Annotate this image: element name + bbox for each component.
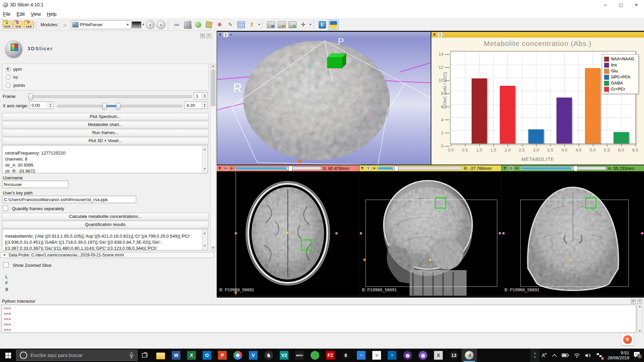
sync-error-icon[interactable]: ✕ [594, 349, 605, 362]
pin-icon[interactable] [503, 167, 506, 170]
outlook-icon[interactable]: O [199, 349, 215, 362]
radio-hz[interactable]: hz [2, 73, 208, 81]
people-icon[interactable] [539, 349, 550, 362]
toast-close-icon[interactable]: ✕ [623, 335, 632, 344]
quantify-checkbox[interactable]: Quantify frames separately [3, 205, 64, 211]
menu-edit[interactable]: Edit [14, 9, 28, 18]
minimize-button[interactable]: ─ [598, 0, 613, 9]
calculate-concentrations-button[interactable]: Calculate metabolite concentrations... [2, 213, 209, 220]
panel-undock-icon[interactable]: ⧉ [631, 299, 636, 304]
slice-offset-slider[interactable] [377, 167, 462, 170]
panel-scrollbar[interactable]: ▲ ▼ [210, 64, 216, 251]
markups-button[interactable]: ❋ [215, 20, 225, 30]
x-range-slider[interactable] [57, 105, 182, 107]
slice-canvas-sagittal[interactable]: B: P19968_56691 [359, 171, 501, 296]
scene-view-button[interactable] [277, 20, 287, 30]
threed-view-header[interactable]: 1 ✛ [217, 32, 431, 38]
action-center-button[interactable]: 1 [632, 351, 644, 359]
key-path-input[interactable] [2, 196, 136, 203]
word-icon[interactable]: W [168, 349, 184, 362]
battery-icon[interactable] [559, 349, 571, 362]
back-button[interactable]: ‹ [145, 20, 155, 30]
username-input[interactable] [2, 181, 68, 188]
excel-icon[interactable]: X [184, 349, 199, 362]
volume-icon[interactable] [583, 349, 594, 362]
x-range-min-spinbox[interactable]: 0.00 ▲▼ [30, 102, 54, 109]
chart-view-header[interactable]: 1 [431, 32, 644, 38]
pin-icon[interactable] [218, 167, 221, 170]
slicer-icon[interactable] [462, 349, 477, 362]
plot-3d-voxel-button[interactable]: Plot 3D + Voxel... [2, 137, 209, 144]
frame-spinbox[interactable]: 1 ▲▼ [194, 92, 208, 100]
tray-chevron-up-icon[interactable] [550, 349, 559, 362]
compare-view-button[interactable] [287, 20, 298, 30]
slice-orientation-chip[interactable]: G [508, 166, 514, 171]
menu-help[interactable]: Help [44, 9, 60, 18]
slice-controller-bar-yellow[interactable]: Y✛R: -27.768mm [359, 165, 501, 171]
atlas-button[interactable] [193, 20, 203, 30]
textarea-scrollbar[interactable]: ▲▼ [202, 230, 207, 250]
x-range-handle-max[interactable] [116, 103, 120, 110]
textarea-scrollbar[interactable]: ▲▼ [202, 146, 207, 173]
annotate-button[interactable]: ✎ [225, 20, 235, 30]
slice-orientation-chip[interactable]: Y [366, 166, 371, 171]
thirteen-app-icon[interactable]: 13 [446, 349, 462, 362]
slice-slider-handle[interactable] [288, 166, 292, 171]
slice-orientation-chip[interactable]: R [223, 166, 228, 171]
load-data-button[interactable]: ▲DATA [2, 20, 12, 30]
slice-controller-bar-red[interactable]: R✛S: 60.478mm [217, 165, 359, 171]
python-console-scrollbar[interactable]: ▲▼ [637, 305, 643, 333]
dropdown-arrow-icon[interactable]: ▼ [258, 23, 261, 26]
tables-button[interactable] [236, 20, 246, 30]
paint-app-icon[interactable]: ~ [354, 349, 369, 362]
module-search-icon[interactable]: ⌕ [60, 20, 70, 30]
layout-selector-button[interactable]: ≔ [172, 20, 182, 30]
radio-ppm[interactable]: ppm [2, 65, 208, 73]
module-selector-combobox[interactable]: ▩PFileParser▼ [71, 20, 131, 30]
save-data-button[interactable]: ▼SAVE [24, 20, 34, 30]
slice-fit-icon[interactable]: ✛ [230, 166, 233, 171]
python-console[interactable]: >>>>>>>>>>>>>>> [1, 305, 636, 333]
putty-icon[interactable]: ◍ [400, 349, 415, 362]
slice-canvas-coronal[interactable]: B: P19968_56691 [502, 171, 644, 296]
putty2-icon[interactable]: ◍ [415, 349, 431, 362]
panel-close-icon[interactable]: ✕ [207, 34, 211, 38]
crosshair-button[interactable]: ✛ [298, 20, 308, 30]
metabolite-chart-button[interactable]: Metabolite chart... [2, 121, 209, 128]
frame-slider[interactable] [28, 96, 192, 98]
plot-spectrum-button[interactable]: Plot Spectrum... [2, 113, 209, 120]
slice-slider-handle[interactable] [574, 166, 578, 171]
slice-view-red[interactable]: R✛S: 60.478mm [217, 165, 359, 296]
menu-view[interactable]: View [28, 9, 44, 18]
slice-view-green[interactable]: G✛A: 35.233mm [502, 165, 644, 296]
taskbar-scroll-buttons[interactable]: ∧∨ [531, 349, 539, 362]
dropdown-arrow-icon[interactable]: ▼ [309, 23, 312, 26]
x-range-max-spinbox[interactable]: 4.20 ▲▼ [184, 102, 208, 109]
pin-icon[interactable] [433, 33, 436, 37]
close-button[interactable]: ✕ [629, 0, 644, 9]
slice-offset-slider[interactable] [235, 167, 321, 170]
maximize-button[interactable]: ▢ [613, 0, 629, 9]
panel-undock-icon[interactable]: ⧉ [200, 34, 205, 38]
v-app-icon[interactable]: V [246, 349, 261, 362]
slice-slider-handle[interactable] [394, 166, 398, 171]
upload-button[interactable]: ⬆ [247, 20, 257, 30]
slice-fit-icon[interactable]: ✛ [515, 166, 518, 171]
green-app-icon[interactable] [307, 349, 323, 362]
dark-app-icon[interactable]: ♞ [261, 349, 276, 362]
file-explorer-icon[interactable] [153, 349, 168, 362]
radio-points[interactable]: points [2, 81, 208, 89]
task-view-button[interactable] [138, 349, 153, 362]
quantification-results-button[interactable]: Quantification results [2, 221, 209, 228]
pin-icon[interactable] [361, 167, 364, 170]
pin-icon[interactable] [218, 33, 222, 37]
filezilla-icon[interactable]: FZ [323, 349, 338, 362]
threed-view[interactable]: R P 1 ✛ [217, 32, 431, 165]
bookmark-button[interactable] [204, 20, 214, 30]
powerpoint-icon[interactable]: P [215, 349, 230, 362]
data-probe-collapse-bar[interactable]: ▼ Data Probe: C:/dev/1.namic/scenes/av..… [0, 252, 214, 258]
chart-view[interactable]: 1 Metabolite concentration (Abs.) 024681… [431, 32, 644, 165]
header-info-textarea[interactable]: centralFrequency: 1277125220channels: 8c… [2, 145, 208, 173]
vscode-icon[interactable]: ⟨⟩ [384, 349, 400, 362]
chrome-icon[interactable] [230, 349, 246, 362]
